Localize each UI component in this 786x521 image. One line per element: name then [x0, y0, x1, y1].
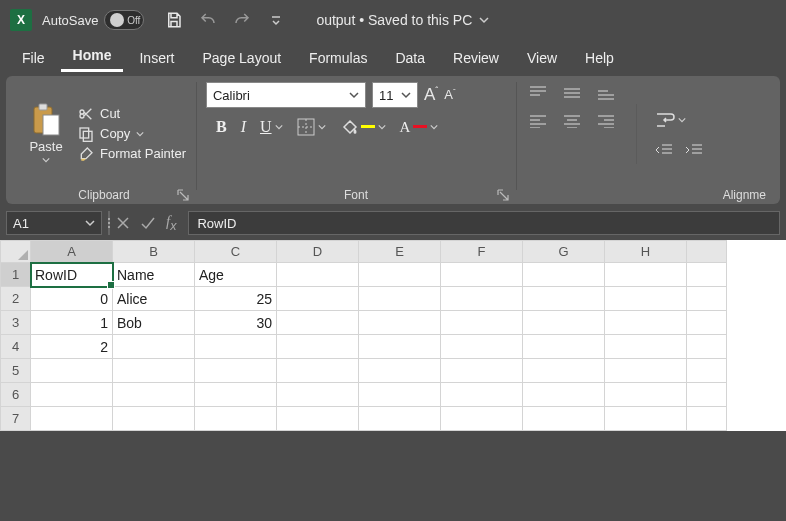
align-center-button[interactable]	[563, 114, 581, 128]
increase-indent-button[interactable]	[685, 143, 703, 157]
font-size-combo[interactable]: 11	[372, 82, 418, 108]
align-bottom-button[interactable]	[597, 86, 615, 100]
tab-home[interactable]: Home	[61, 41, 124, 72]
cell-B4[interactable]	[113, 335, 195, 359]
cell-D1[interactable]	[277, 263, 359, 287]
cell-F6[interactable]	[441, 383, 523, 407]
select-all-corner[interactable]	[1, 241, 31, 263]
paste-button[interactable]: Paste	[22, 82, 70, 185]
increase-font-button[interactable]: Aˆ	[424, 85, 438, 105]
tab-file[interactable]: File	[10, 44, 57, 72]
cell-E2[interactable]	[359, 287, 441, 311]
cell-A7[interactable]	[31, 407, 113, 431]
row-header-1[interactable]: 1	[1, 263, 31, 287]
underline-button[interactable]: U	[260, 118, 283, 136]
cell-G2[interactable]	[523, 287, 605, 311]
undo-button[interactable]	[198, 10, 218, 30]
cell-F5[interactable]	[441, 359, 523, 383]
tab-page-layout[interactable]: Page Layout	[190, 44, 293, 72]
cell-D5[interactable]	[277, 359, 359, 383]
cell-C5[interactable]	[195, 359, 277, 383]
cell-B3[interactable]: Bob	[113, 311, 195, 335]
cut-button[interactable]: Cut	[78, 106, 186, 122]
formula-input[interactable]: RowID	[188, 211, 780, 235]
cell-C7[interactable]	[195, 407, 277, 431]
cell-F4[interactable]	[441, 335, 523, 359]
cell-E4[interactable]	[359, 335, 441, 359]
cell-F7[interactable]	[441, 407, 523, 431]
column-header-A[interactable]: A	[31, 241, 113, 263]
align-middle-button[interactable]	[563, 86, 581, 100]
cell-A1[interactable]: RowID	[31, 263, 113, 287]
column-header-B[interactable]: B	[113, 241, 195, 263]
tab-view[interactable]: View	[515, 44, 569, 72]
cell-B7[interactable]	[113, 407, 195, 431]
font-color-button[interactable]: A	[400, 119, 439, 136]
enter-formula-button[interactable]	[140, 216, 156, 230]
column-header-E[interactable]: E	[359, 241, 441, 263]
cell-G1[interactable]	[523, 263, 605, 287]
decrease-font-button[interactable]: Aˇ	[444, 87, 455, 102]
column-header-G[interactable]: G	[523, 241, 605, 263]
insert-function-button[interactable]: fx	[166, 213, 176, 233]
cell-E3[interactable]	[359, 311, 441, 335]
dialog-launcher-icon[interactable]	[496, 188, 510, 202]
bold-button[interactable]: B	[216, 118, 227, 136]
cell-B1[interactable]: Name	[113, 263, 195, 287]
cell-A5[interactable]	[31, 359, 113, 383]
tab-insert[interactable]: Insert	[127, 44, 186, 72]
cell-F1[interactable]	[441, 263, 523, 287]
italic-button[interactable]: I	[241, 118, 246, 136]
document-title[interactable]: output • Saved to this PC	[316, 12, 490, 28]
save-button[interactable]	[164, 10, 184, 30]
cell-B2[interactable]: Alice	[113, 287, 195, 311]
cell-A4[interactable]: 2	[31, 335, 113, 359]
cancel-formula-button[interactable]	[116, 216, 130, 230]
cell-E6[interactable]	[359, 383, 441, 407]
cell-B5[interactable]	[113, 359, 195, 383]
autosave-control[interactable]: AutoSave Off	[42, 10, 144, 30]
cell-C1[interactable]: Age	[195, 263, 277, 287]
name-box[interactable]: A1	[6, 211, 102, 235]
row-header-7[interactable]: 7	[1, 407, 31, 431]
row-header-5[interactable]: 5	[1, 359, 31, 383]
wrap-text-button[interactable]	[655, 111, 703, 129]
qat-customize-button[interactable]	[266, 10, 286, 30]
row-header-2[interactable]: 2	[1, 287, 31, 311]
cell-H7[interactable]	[605, 407, 687, 431]
format-painter-button[interactable]: Format Painter	[78, 146, 186, 162]
cell-D6[interactable]	[277, 383, 359, 407]
redo-button[interactable]	[232, 10, 252, 30]
cell-E1[interactable]	[359, 263, 441, 287]
column-header-C[interactable]: C	[195, 241, 277, 263]
cell-G5[interactable]	[523, 359, 605, 383]
cell-D4[interactable]	[277, 335, 359, 359]
column-header-F[interactable]: F	[441, 241, 523, 263]
cell-B6[interactable]	[113, 383, 195, 407]
align-right-button[interactable]	[597, 114, 615, 128]
cell-G7[interactable]	[523, 407, 605, 431]
dialog-launcher-icon[interactable]	[176, 188, 190, 202]
cell-E5[interactable]	[359, 359, 441, 383]
cell-H2[interactable]	[605, 287, 687, 311]
cell-G3[interactable]	[523, 311, 605, 335]
cell-H6[interactable]	[605, 383, 687, 407]
cell-D2[interactable]	[277, 287, 359, 311]
fill-color-button[interactable]	[340, 118, 386, 136]
cell-G6[interactable]	[523, 383, 605, 407]
row-header-6[interactable]: 6	[1, 383, 31, 407]
grid-table[interactable]: ABCDEFGH1RowIDNameAge20Alice2531Bob30425…	[0, 240, 727, 431]
cell-F2[interactable]	[441, 287, 523, 311]
cell-C3[interactable]: 30	[195, 311, 277, 335]
align-left-button[interactable]	[529, 114, 547, 128]
tab-data[interactable]: Data	[383, 44, 437, 72]
cell-C2[interactable]: 25	[195, 287, 277, 311]
tab-review[interactable]: Review	[441, 44, 511, 72]
row-header-4[interactable]: 4	[1, 335, 31, 359]
borders-button[interactable]	[297, 118, 326, 136]
tab-formulas[interactable]: Formulas	[297, 44, 379, 72]
cell-H3[interactable]	[605, 311, 687, 335]
row-header-3[interactable]: 3	[1, 311, 31, 335]
tab-help[interactable]: Help	[573, 44, 626, 72]
font-name-combo[interactable]: Calibri	[206, 82, 366, 108]
